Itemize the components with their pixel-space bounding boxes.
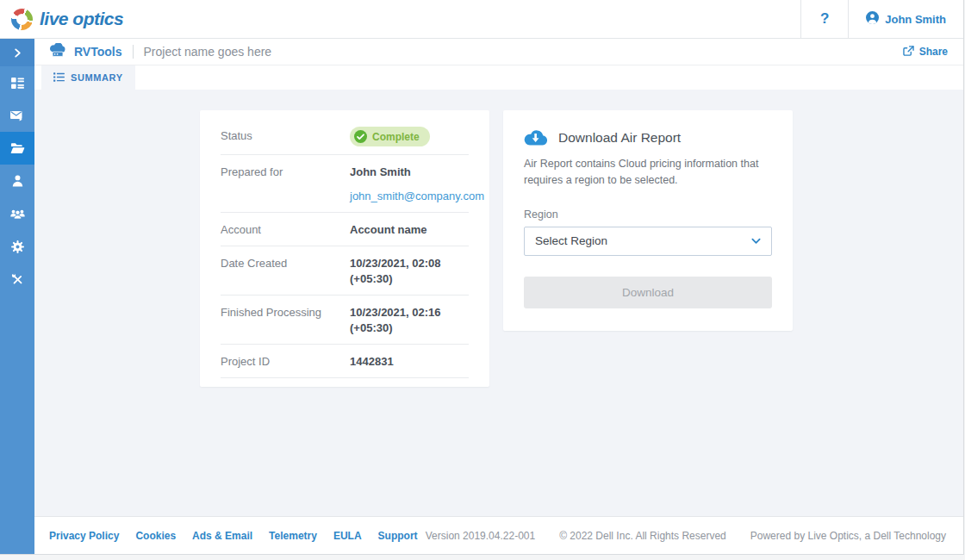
download-air-report-card: Download Air Report Air Report contains … — [503, 110, 793, 331]
tab-summary-label: SUMMARY — [71, 72, 123, 83]
sidebar-item-invitations[interactable] — [0, 99, 34, 132]
row-label: Finished Processing — [221, 303, 350, 320]
summary-row-account: Account Account name — [221, 213, 469, 246]
project-name: Project name goes here — [144, 45, 272, 59]
download-card-title: Download Air Report — [558, 130, 681, 146]
row-label: Account — [221, 221, 350, 238]
region-select[interactable]: Select Region — [524, 227, 772, 256]
tab-summary[interactable]: SUMMARY — [41, 65, 135, 90]
share-icon — [903, 46, 914, 59]
app-name: RVTools — [74, 45, 122, 59]
check-circle-icon — [354, 130, 367, 143]
row-label: Date Created — [221, 254, 350, 271]
sidebar-nav — [0, 39, 34, 554]
row-value: 10/23/2021, 02:16 (+05:30) — [350, 303, 469, 336]
project-toolbar: RVTools Project name goes here Share — [34, 39, 963, 65]
main-column: RVTools Project name goes here Share — [34, 39, 963, 554]
summary-row-finished-processing: Finished Processing 10/23/2021, 02:16 (+… — [221, 296, 469, 345]
row-label: Project ID — [221, 352, 350, 370]
footer-meta: Version 2019.04.22-001 © 2022 Dell Inc. … — [426, 530, 946, 542]
row-value: 1442831 — [350, 352, 394, 370]
sidebar-item-projects[interactable] — [0, 132, 34, 165]
cloud-download-icon — [524, 129, 547, 146]
project-summary-card: Status Complete Prepared for John Smith — [200, 110, 489, 387]
row-value: John Smith john_smith@company.com — [350, 163, 484, 204]
share-button[interactable]: Share — [903, 46, 948, 59]
footer-copyright: © 2022 Dell Inc. All Rights Reserved — [559, 530, 726, 542]
sidebar-item-tools[interactable] — [0, 263, 34, 296]
top-header: live optics ? John Smith — [0, 0, 963, 39]
users-icon — [10, 208, 25, 220]
region-select-value: Select Region — [535, 234, 607, 247]
dashboard-icon — [11, 78, 24, 89]
status-badge: Complete — [350, 127, 430, 146]
app-window: live optics ? John Smith — [0, 0, 964, 555]
share-label: Share — [919, 46, 948, 58]
user-menu-button[interactable]: John Smith — [849, 0, 963, 38]
download-button[interactable]: Download — [524, 277, 772, 308]
folder-open-icon — [10, 142, 25, 154]
body-row: RVTools Project name goes here Share — [0, 39, 963, 554]
chevron-down-icon — [751, 238, 761, 245]
gear-icon — [11, 240, 24, 253]
summary-row-project-id: Project ID 1442831 — [221, 345, 469, 378]
region-label: Region — [524, 208, 772, 221]
summary-row-date-created: Date Created 10/23/2021, 02:08 (+05:30) — [221, 246, 469, 296]
footer: Privacy Policy Cookies Ads & Email Telem… — [34, 516, 963, 554]
download-card-description: Air Report contains Cloud pricing inform… — [524, 156, 772, 190]
content-area: Status Complete Prepared for John Smith — [34, 90, 963, 516]
toolbar-divider — [133, 45, 134, 59]
footer-links: Privacy Policy Cookies Ads & Email Telem… — [49, 530, 418, 542]
sidebar-item-settings[interactable] — [0, 230, 34, 263]
footer-link-ads-email[interactable]: Ads & Email — [192, 530, 252, 542]
row-value: Account name — [350, 221, 427, 238]
footer-link-support[interactable]: Support — [378, 530, 418, 542]
prepared-for-email-link[interactable]: john_smith@company.com — [350, 189, 484, 204]
avatar-icon — [866, 11, 879, 27]
footer-powered-by: Powered by Live Optics, a Dell Technolog… — [750, 530, 946, 542]
row-label: Prepared for — [221, 163, 350, 180]
footer-link-eula[interactable]: EULA — [333, 530, 362, 542]
summary-row-prepared-for: Prepared for John Smith john_smith@compa… — [221, 155, 469, 213]
row-value: 10/23/2021, 02:08 (+05:30) — [350, 254, 469, 287]
summary-row-status: Status Complete — [221, 119, 469, 155]
summary-list-icon — [53, 72, 65, 84]
project-type: RVTools — [48, 43, 122, 60]
live-optics-logo[interactable]: live optics — [0, 0, 800, 38]
footer-link-cookies[interactable]: Cookies — [135, 530, 176, 542]
user-icon — [12, 175, 23, 187]
tools-icon — [11, 273, 24, 286]
help-button[interactable]: ? — [800, 0, 849, 38]
user-name: John Smith — [885, 13, 946, 26]
footer-link-privacy-policy[interactable]: Privacy Policy — [49, 530, 119, 542]
row-label: Status — [221, 127, 350, 144]
footer-version: Version 2019.04.22-001 — [426, 530, 535, 542]
sidebar-item-expand[interactable] — [0, 39, 34, 66]
expand-icon — [13, 48, 22, 58]
footer-link-telemetry[interactable]: Telemetry — [269, 530, 317, 542]
mail-icon — [10, 110, 24, 121]
download-card-header: Download Air Report — [524, 129, 772, 146]
sidebar-item-team[interactable] — [0, 197, 34, 230]
sidebar-item-profile[interactable] — [0, 165, 34, 197]
sidebar-item-dashboard[interactable] — [0, 66, 34, 99]
status-badge-label: Complete — [372, 131, 420, 143]
live-optics-logo-icon — [11, 9, 33, 30]
logo-text: live optics — [40, 9, 123, 29]
tab-bar: SUMMARY — [34, 65, 963, 90]
prepared-for-name: John Smith — [350, 165, 411, 178]
cloud-server-icon — [48, 43, 67, 60]
